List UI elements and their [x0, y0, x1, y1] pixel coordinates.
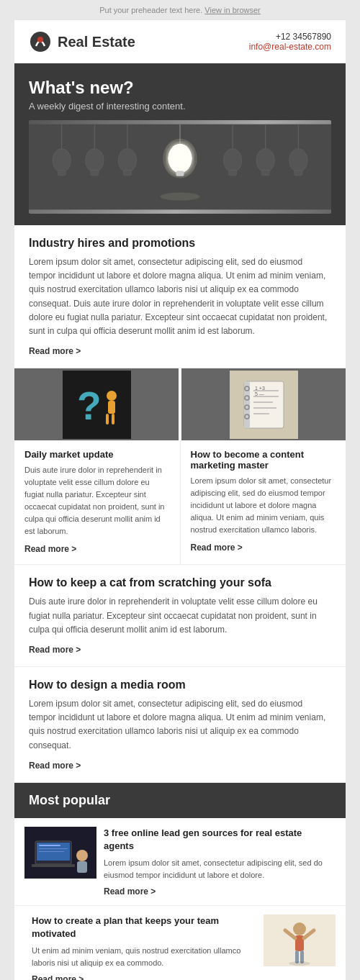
article-5-section: How to design a media room Lorem ipsum d…	[14, 667, 346, 783]
most-popular-title: Most popular	[29, 793, 110, 807]
popular-item-1-body: Lorem ipsum dolor sit amet, consectetur …	[104, 857, 328, 881]
article-2-body: Duis aute irure dolor in reprehenderit i…	[24, 464, 170, 537]
view-in-browser-link[interactable]: View in browser	[204, 6, 260, 14]
svg-point-5	[86, 148, 104, 172]
header-phone: +12 34567890	[249, 32, 331, 42]
svg-rect-6	[91, 171, 99, 176]
svg-rect-32	[112, 414, 114, 425]
article-4-title: How to keep a cat from scratching your s…	[29, 576, 331, 589]
two-col-articles: Daily market update Duis aute irure dolo…	[14, 440, 346, 565]
hero-image	[29, 120, 331, 214]
popular-2-image	[264, 915, 336, 966]
svg-rect-31	[106, 414, 109, 425]
svg-rect-8	[123, 171, 131, 176]
article-5-title: How to design a media room	[29, 679, 331, 691]
article-2-read-more[interactable]: Read more >	[24, 544, 76, 554]
article-1-title: Industry hires and promotions	[29, 237, 331, 250]
svg-text:5 —: 5 —	[255, 391, 264, 396]
email-wrapper: Put your preheader text here. View in br…	[0, 0, 360, 980]
content-image-svg: 1 +3 5 —	[230, 371, 298, 439]
logo-area: Real Estate	[29, 30, 135, 53]
logo-icon	[29, 30, 52, 53]
svg-point-7	[118, 148, 137, 172]
logo-text: Real Estate	[58, 34, 135, 50]
svg-point-57	[293, 922, 306, 935]
article-2-col: Daily market update Duis aute irure dolo…	[14, 440, 181, 564]
svg-point-3	[53, 148, 71, 172]
article-4-read-more[interactable]: Read more >	[29, 645, 81, 655]
svg-rect-10	[229, 171, 237, 176]
hero-subtitle: A weekly digest of interesting content.	[29, 101, 331, 112]
svg-rect-53	[39, 851, 64, 852]
svg-point-9	[223, 148, 242, 172]
popular-item-2-content: How to create a plan that keeps your tea…	[24, 915, 264, 980]
popular-item-2: How to create a plan that keeps your tea…	[14, 906, 346, 980]
popular-item-2-thumb	[264, 915, 336, 966]
svg-point-26	[161, 193, 200, 201]
svg-rect-51	[39, 845, 60, 846]
email-body: Real Estate +12 34567890 info@real-estat…	[14, 20, 346, 980]
hero-image-svg	[29, 120, 331, 214]
svg-point-63	[289, 961, 310, 966]
article-1-section: Industry hires and promotions Lorem ipsu…	[14, 225, 346, 368]
header-email[interactable]: info@real-estate.com	[249, 42, 331, 52]
svg-point-11	[256, 148, 275, 172]
popular-item-2-body: Ut enim ad minim veniam, quis nostrud ex…	[32, 945, 256, 968]
article-1-read-more[interactable]: Read more >	[29, 346, 81, 356]
preheader: Put your preheader text here. View in br…	[0, 0, 360, 20]
svg-rect-14	[294, 171, 302, 176]
svg-point-1	[37, 37, 43, 42]
article-3-read-more[interactable]: Read more >	[191, 543, 243, 553]
article-1-body: Lorem ipsum dolor sit amet, consectetur …	[29, 255, 331, 338]
market-image-svg: ?	[63, 371, 131, 439]
article-4-section: How to keep a cat from scratching your s…	[14, 565, 346, 667]
svg-text:?: ?	[77, 384, 102, 428]
article-5-read-more[interactable]: Read more >	[29, 761, 81, 771]
popular-item-2-read-more[interactable]: Read more >	[32, 974, 84, 980]
header-contact: +12 34567890 info@real-estate.com	[249, 32, 331, 52]
article-3-title: How to become a content marketing master	[191, 449, 336, 471]
svg-rect-25	[176, 171, 184, 176]
svg-rect-52	[39, 848, 68, 849]
svg-text:1 +3: 1 +3	[255, 386, 265, 391]
svg-rect-50	[32, 864, 75, 867]
svg-rect-55	[77, 861, 87, 873]
svg-point-54	[76, 850, 88, 861]
content-image: 1 +3 5 —	[181, 368, 346, 440]
hero-section: What's new? A weekly digest of interesti…	[14, 63, 346, 225]
article-5-body: Lorem ipsum dolor sit amet, consectetur …	[29, 697, 331, 753]
svg-point-29	[107, 391, 117, 401]
hero-title: What's new?	[29, 78, 331, 98]
preheader-text: Put your preheader text here.	[99, 6, 202, 14]
article-3-col: How to become a content marketing master…	[181, 440, 346, 564]
popular-1-image	[24, 827, 96, 879]
popular-item-1-title: 3 free online lead gen sources for real …	[104, 827, 328, 853]
two-col-images: ?	[14, 368, 346, 440]
svg-point-13	[289, 148, 308, 172]
svg-rect-4	[58, 171, 66, 176]
article-4-body: Duis aute irure dolor in reprehenderit i…	[29, 595, 331, 637]
article-3-body: Lorem ipsum dolor sit amet, consectetur …	[191, 475, 336, 536]
popular-item-1-content: 3 free online lead gen sources for real …	[96, 827, 336, 897]
email-header: Real Estate +12 34567890 info@real-estat…	[14, 20, 346, 63]
article-2-title: Daily market update	[24, 449, 170, 460]
popular-item-1-thumb	[24, 827, 96, 879]
svg-rect-30	[108, 401, 115, 414]
popular-item-1: 3 free online lead gen sources for real …	[14, 818, 346, 906]
most-popular-header: Most popular	[14, 783, 346, 818]
market-image: ?	[14, 368, 179, 440]
svg-rect-12	[261, 171, 269, 176]
popular-item-1-read-more[interactable]: Read more >	[104, 886, 156, 897]
popular-item-2-title: How to create a plan that keeps your tea…	[32, 915, 256, 940]
